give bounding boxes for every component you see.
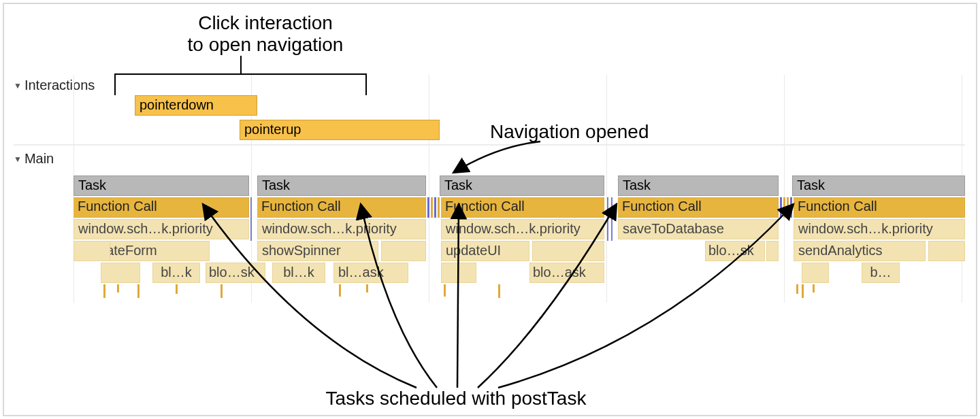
lane-divider	[14, 144, 965, 146]
track-label-text: Interactions	[24, 78, 95, 93]
flame-ticks	[257, 284, 426, 301]
flame-function-call[interactable]: Function Call	[257, 197, 426, 218]
annotation-text: Tasks scheduled with postTask	[326, 388, 587, 409]
task-label: Task	[623, 178, 651, 192]
flame-sliver	[607, 197, 608, 241]
entry-label: bl…ask	[338, 265, 384, 280]
track-header-main[interactable]: ▼ Main	[14, 151, 54, 167]
flame-ticks	[792, 284, 965, 301]
flame-entry[interactable]: blo…sk	[705, 241, 765, 261]
entry-label: window.sch…k.priority	[798, 221, 933, 236]
entry-label: blo…sk	[708, 243, 754, 258]
flame-task[interactable]: Task	[618, 175, 779, 196]
flame-sliver	[250, 197, 252, 241]
flame-entry[interactable]	[766, 241, 779, 261]
entry-label: b…	[870, 265, 891, 280]
flame-stripes	[427, 197, 441, 218]
flame-entry[interactable]	[74, 241, 110, 261]
flame-ticks	[74, 284, 249, 301]
flame-entry[interactable]	[101, 263, 140, 283]
flame-task[interactable]: Task	[792, 175, 965, 196]
fn-label: Function Call	[622, 199, 702, 214]
flame-entry[interactable]	[381, 241, 426, 261]
interaction-label: pointerdown	[140, 97, 214, 112]
flame-entry[interactable]: window.sch…k.priority	[74, 219, 249, 239]
annotation-text: Click interaction	[143, 12, 388, 34]
task-label: Task	[797, 178, 825, 192]
flame-entry[interactable]: window.sch…k.priority	[794, 219, 965, 239]
chevron-down-icon: ▼	[14, 81, 22, 90]
annotation-bracket	[114, 73, 367, 87]
flame-entry[interactable]: bl…ask	[333, 263, 408, 283]
annotation-text: to open navigation	[143, 34, 388, 56]
entry-label: saveToDatabase	[623, 221, 724, 236]
flame-entry[interactable]: bl…k	[272, 263, 325, 283]
flame-function-call[interactable]: Function Call	[618, 197, 779, 218]
task-label: Task	[444, 178, 472, 192]
flame-entry[interactable]	[928, 241, 965, 261]
entry-label: window.sch…k.priority	[78, 221, 213, 236]
flame-entry[interactable]	[441, 263, 476, 283]
annotation-posttask: Tasks scheduled with postTask	[272, 388, 640, 409]
interaction-label: pointerup	[244, 122, 301, 137]
flame-entry[interactable]: saveToDatabase	[618, 219, 779, 239]
flame-ticks	[440, 284, 604, 301]
track-header-interactions[interactable]: ▼ Interactions	[14, 78, 95, 93]
flame-task[interactable]: Task	[257, 175, 426, 196]
fn-label: Function Call	[445, 199, 525, 214]
fn-label: Function Call	[261, 199, 341, 214]
task-label: Task	[262, 178, 290, 192]
entry-label: blo…sk	[209, 265, 255, 280]
flame-entry[interactable]: updateUI	[441, 241, 529, 261]
task-label: Task	[78, 178, 106, 192]
entry-label: bl…k	[161, 265, 192, 280]
flame-task[interactable]: Task	[440, 175, 604, 196]
flame-entry[interactable]: window.sch…k.priority	[257, 219, 426, 239]
flame-entry[interactable]	[802, 263, 829, 283]
annotation-click-interaction: Click interaction to open navigation	[143, 12, 388, 56]
fn-label: Function Call	[78, 199, 157, 214]
entry-label: updateUI	[446, 243, 501, 258]
entry-label: blo…ask	[533, 265, 586, 280]
flame-stripes	[780, 197, 795, 218]
flame-entry[interactable]: sendAnalytics	[794, 241, 926, 261]
flame-entry[interactable]: blo…ask	[529, 263, 604, 283]
flame-function-call[interactable]: Function Call	[74, 197, 249, 218]
fn-label: Function Call	[798, 199, 877, 214]
flame-entry[interactable]: b…	[862, 263, 900, 283]
flame-task[interactable]: Task	[74, 175, 249, 196]
entry-label: window.sch…k.priority	[262, 221, 397, 236]
interaction-pointerdown[interactable]: pointerdown	[135, 95, 257, 116]
entry-label: window.sch…k.priority	[446, 221, 581, 236]
track-label-text: Main	[24, 151, 54, 167]
flame-entry[interactable]: bl…k	[152, 263, 200, 283]
flame-entry[interactable]: showSpinner	[257, 241, 378, 261]
flame-entry[interactable]: blo…sk	[206, 263, 265, 283]
flame-function-call[interactable]: Function Call	[794, 197, 965, 218]
interactions-lane[interactable]: pointerdown pointerup	[74, 95, 965, 143]
interaction-pointerup[interactable]: pointerup	[240, 120, 440, 140]
flame-function-call[interactable]: Function Call	[441, 197, 604, 218]
entry-label: showSpinner	[262, 243, 341, 258]
entry-label: bl…k	[283, 265, 314, 280]
flame-entry[interactable]	[532, 241, 604, 261]
flame-sliver	[611, 197, 612, 241]
flame-entry[interactable]: window.sch…k.priority	[441, 219, 604, 239]
entry-label: sendAnalytics	[798, 243, 882, 258]
chevron-down-icon: ▼	[14, 154, 22, 164]
